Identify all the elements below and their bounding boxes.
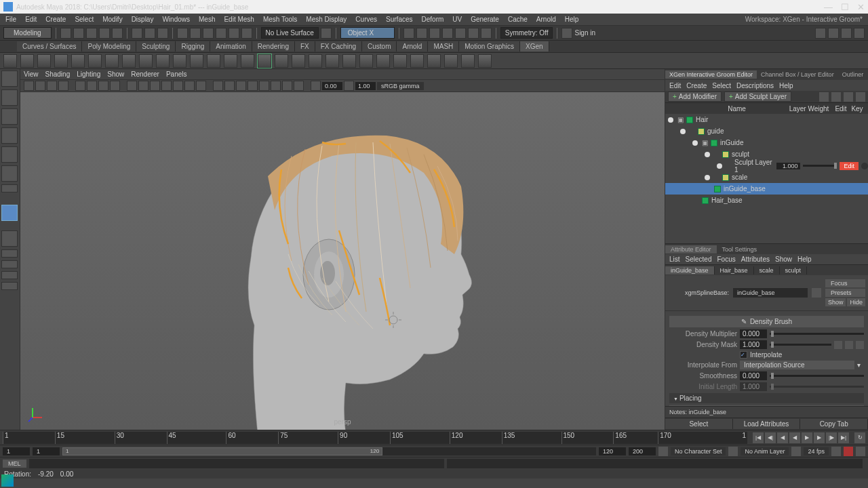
- select-button[interactable]: Select: [665, 419, 733, 429]
- workspace-label[interactable]: Workspace: XGen - Interactive Groom*: [742, 16, 866, 23]
- xgen-tool-22[interactable]: [359, 54, 373, 68]
- layout-four[interactable]: [1, 260, 18, 268]
- tab-tool-settings[interactable]: Tool Settings: [717, 245, 763, 253]
- vp-show[interactable]: Show: [107, 70, 124, 78]
- copy-tab-button[interactable]: Copy Tab: [800, 419, 868, 429]
- snap-point-icon[interactable]: [203, 28, 214, 39]
- xge-edit[interactable]: Edit: [669, 82, 681, 89]
- vp-renderer[interactable]: Renderer: [131, 70, 159, 78]
- vp-icon-14[interactable]: [184, 81, 195, 91]
- tab-motion[interactable]: Motion Graphics: [459, 41, 520, 52]
- xgen-tool-11[interactable]: [173, 54, 186, 68]
- paint-select-icon[interactable]: [157, 28, 168, 39]
- minimize-button[interactable]: —: [824, 2, 833, 12]
- prefs-icon[interactable]: [856, 447, 865, 456]
- range-icon-1[interactable]: [658, 447, 668, 456]
- menu-windows[interactable]: Windows: [159, 16, 193, 23]
- snap-curve-icon[interactable]: [190, 28, 201, 39]
- density-mask-field[interactable]: 1.000: [740, 340, 767, 349]
- last-tool[interactable]: [1, 184, 18, 192]
- move-tool[interactable]: [1, 127, 18, 144]
- menu-mesh[interactable]: Mesh: [195, 16, 218, 23]
- xgen-tool-14[interactable]: [224, 54, 237, 68]
- xgen-tool-25[interactable]: [410, 54, 424, 68]
- select-mode-icon[interactable]: [132, 28, 142, 39]
- mod-icon-2[interactable]: [831, 92, 841, 102]
- menu-edit-mesh[interactable]: Edit Mesh: [220, 16, 257, 23]
- menu-modify[interactable]: Modify: [99, 16, 125, 23]
- open-scene-icon[interactable]: [73, 28, 84, 39]
- new-scene-icon[interactable]: [60, 28, 71, 39]
- vp-icon-3[interactable]: [47, 81, 57, 91]
- lasso-tool[interactable]: [1, 89, 18, 106]
- tab-animation[interactable]: Animation: [210, 41, 252, 52]
- xgen-tool-28[interactable]: [461, 54, 475, 68]
- vp-icon-21[interactable]: [271, 81, 281, 91]
- node-tab-inguide-base[interactable]: inGuide_base: [665, 266, 715, 274]
- ae-list[interactable]: List: [669, 256, 680, 263]
- mode-dropdown[interactable]: Modeling: [3, 27, 52, 39]
- vp-view[interactable]: View: [24, 70, 39, 78]
- xgen-tool-10[interactable]: [156, 54, 170, 68]
- range-start-inner[interactable]: 1: [33, 447, 60, 455]
- go-start-button[interactable]: |◀: [753, 432, 764, 443]
- range-start-outer[interactable]: 1: [3, 447, 30, 455]
- range-track[interactable]: 1 120: [62, 447, 596, 455]
- menu-arnold[interactable]: Arnold: [533, 16, 559, 23]
- scale-tool[interactable]: [1, 165, 18, 182]
- mod-icon-4[interactable]: [856, 92, 865, 102]
- ae-show[interactable]: Show: [775, 256, 792, 263]
- panel-layout-icon[interactable]: [481, 28, 492, 39]
- xgen-tool-1[interactable]: [3, 54, 17, 68]
- ae-selected[interactable]: Selected: [686, 256, 712, 263]
- key-forward-button[interactable]: ▶: [814, 432, 825, 443]
- vp-icon-4[interactable]: [58, 81, 68, 91]
- range-handle[interactable]: 1 120: [62, 447, 382, 455]
- timeline-track[interactable]: 1 15 30 45 60 75 90 105 120 135 150 165 …: [3, 432, 747, 444]
- time-slider[interactable]: 1 15 30 45 60 75 90 105 120 135 150 165 …: [0, 430, 868, 445]
- xgen-tool-24[interactable]: [393, 54, 407, 68]
- tab-channel-box[interactable]: Channel Box / Layer Editor: [757, 70, 838, 79]
- step-forward-button[interactable]: |▶: [826, 432, 837, 443]
- vp-icon-12[interactable]: [161, 81, 172, 91]
- edit-button[interactable]: Edit: [840, 162, 859, 170]
- tab-poly[interactable]: Poly Modeling: [82, 41, 136, 52]
- tab-curves[interactable]: Curves / Surfaces: [17, 41, 82, 52]
- vp-exposure-field[interactable]: 0.00: [322, 82, 342, 90]
- menu-create[interactable]: Create: [42, 16, 69, 23]
- xgen-tool-6[interactable]: [88, 54, 102, 68]
- interpolate-checkbox[interactable]: [740, 351, 747, 359]
- xgen-tool-15[interactable]: [241, 54, 254, 68]
- snap-grid-icon[interactable]: [177, 28, 188, 39]
- mask-icon-2[interactable]: [845, 341, 853, 349]
- tab-fx[interactable]: FX: [295, 41, 315, 52]
- tab-outliner[interactable]: Outliner: [838, 70, 868, 79]
- xgen-tool-16[interactable]: [258, 54, 271, 68]
- vp-gamma-icon[interactable]: [344, 81, 354, 91]
- render-icon[interactable]: [416, 28, 427, 39]
- tab-arnold[interactable]: Arnold: [397, 41, 428, 52]
- show-button[interactable]: Show: [825, 298, 846, 306]
- ae-attributes[interactable]: Attributes: [741, 256, 770, 263]
- vp-icon-5[interactable]: [75, 81, 85, 91]
- tab-sculpting[interactable]: Sculpting: [136, 41, 176, 52]
- tree-row-sculpt-layer[interactable]: Sculpt Layer 11.000Edit: [665, 160, 868, 171]
- xgen-tool-2[interactable]: [20, 54, 34, 68]
- interpolate-from-dropdown[interactable]: Interpolation Source: [740, 361, 854, 369]
- mask-icon-3[interactable]: [856, 341, 864, 349]
- play-back-button[interactable]: ◀: [789, 432, 800, 443]
- maximize-button[interactable]: ☐: [841, 2, 849, 12]
- xge-descriptions[interactable]: Descriptions: [736, 82, 774, 89]
- menu-cache[interactable]: Cache: [505, 16, 531, 23]
- vp-icon-11[interactable]: [150, 81, 160, 91]
- paint-select-tool[interactable]: [1, 108, 18, 125]
- density-brush-button[interactable]: ✎Density Brush: [669, 316, 864, 327]
- layout-outliner[interactable]: [1, 271, 18, 279]
- render-settings-icon[interactable]: [442, 28, 453, 39]
- tab-attribute-editor[interactable]: Attribute Editor: [665, 245, 717, 253]
- xge-select[interactable]: Select: [712, 82, 731, 89]
- menu-generate[interactable]: Generate: [467, 16, 502, 23]
- node-tab-hair-base[interactable]: Hair_base: [715, 266, 754, 274]
- density-mult-slider[interactable]: [770, 333, 864, 335]
- toggle-1-icon[interactable]: [815, 28, 826, 39]
